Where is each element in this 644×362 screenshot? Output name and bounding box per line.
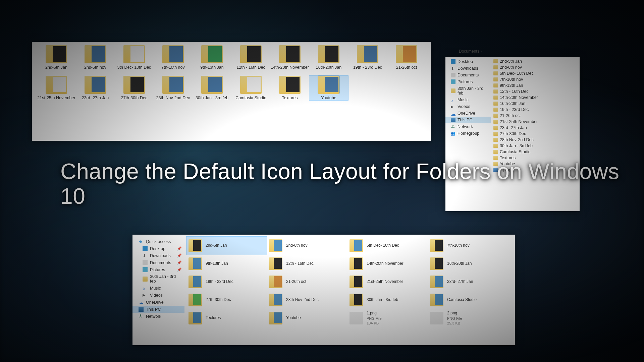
tile-item[interactable]: 2.pngPNG File25.3 KB <box>428 309 508 327</box>
list-item[interactable]: 16th-20th Jan <box>491 101 580 107</box>
nav-item-onedrive[interactable]: OneDrive <box>445 110 491 117</box>
nav-label: Network <box>146 314 161 319</box>
nav-item-30th-jan-3rd-feb[interactable]: 30th Jan - 3rd feb <box>132 273 184 285</box>
vid-icon <box>143 293 148 298</box>
nav-item-homegroup[interactable]: Homegroup <box>445 130 491 137</box>
folder-item[interactable]: 9th-13th Jan <box>193 45 231 70</box>
folder-item[interactable]: 2nd-5th Jan <box>37 45 76 70</box>
list-label: Camtasia Studio <box>500 149 531 154</box>
pin-icon: 📌 <box>177 253 182 258</box>
nav-item-desktop[interactable]: Desktop <box>445 58 491 65</box>
tile-item[interactable]: 27th-30th Dec <box>186 291 267 309</box>
folder-icon <box>189 276 202 288</box>
nav-label: Downloads <box>150 253 171 258</box>
tile-item[interactable]: Camtasia Studio <box>428 291 508 309</box>
nav-item-pictures[interactable]: Pictures <box>445 78 491 85</box>
list-item[interactable]: Camtasia Studio <box>491 149 580 155</box>
nav-item-downloads[interactable]: Downloads📌 <box>132 252 184 259</box>
list-item[interactable]: 14th-20th November <box>491 95 580 101</box>
folder-item[interactable]: 27th-30th Dec <box>115 76 154 100</box>
nav-item-documents[interactable]: Documents📌 <box>132 259 184 266</box>
tile-item[interactable]: 1.pngPNG File104 KB <box>347 309 428 327</box>
star-icon <box>139 239 144 244</box>
nav-item-network[interactable]: Network <box>132 313 184 320</box>
folder-item[interactable]: 12th - 16th Dec <box>231 45 270 70</box>
fld-icon <box>451 88 455 93</box>
list-item[interactable]: 9th-13th Jan <box>491 82 580 88</box>
folder-item[interactable]: 19th - 23rd Dec <box>348 45 387 70</box>
nav-item-music[interactable]: Music <box>445 97 491 103</box>
tile-label: Textures <box>206 315 221 321</box>
tile-label: 30th Jan - 3rd feb <box>367 297 398 303</box>
list-item[interactable]: 12th - 16th Dec <box>491 88 580 95</box>
folder-icon <box>430 239 443 252</box>
list-item[interactable]: 5th Dec- 10th Dec <box>491 70 580 76</box>
folder-item[interactable]: Camtasia Studio <box>231 76 270 100</box>
nav-item-downloads[interactable]: Downloads <box>445 65 491 72</box>
tile-item[interactable]: 9th-13th Jan <box>186 255 267 273</box>
tile-item[interactable]: 12th - 16th Dec <box>267 255 347 273</box>
folder-item[interactable]: 30th Jan - 3rd feb <box>193 76 231 100</box>
tile-item[interactable]: 21st-25th November <box>347 273 428 291</box>
nav-item-this-pc[interactable]: This PC <box>445 117 491 123</box>
list-item[interactable]: 27th-30th Dec <box>491 131 580 137</box>
list-item[interactable]: 28th Nov-2nd Dec <box>491 137 580 143</box>
list-item[interactable]: 21st-25th November <box>491 119 580 125</box>
nav-item-quick-access[interactable]: Quick access <box>132 238 184 245</box>
nav-item-this-pc[interactable]: This PC <box>132 306 184 313</box>
tile-item[interactable]: 7th-10th nov <box>428 237 508 255</box>
list-item[interactable]: 21-26th oct <box>491 113 580 119</box>
folder-icon <box>189 312 202 324</box>
pin-icon: 📌 <box>177 260 182 265</box>
list-label: 7th-10th nov <box>500 77 523 82</box>
tile-item[interactable]: 16th-20th Jan <box>428 255 508 273</box>
list-item[interactable]: 19th - 23rd Dec <box>491 107 580 113</box>
list-item[interactable]: 2nd-5th Jan <box>491 58 580 64</box>
nav-item-network[interactable]: Network <box>445 123 491 130</box>
list-item[interactable]: 30th Jan - 3rd feb <box>491 143 580 149</box>
tile-item[interactable]: 30th Jan - 3rd feb <box>347 291 428 309</box>
nav-label: Videos <box>150 293 163 298</box>
image-icon <box>350 312 363 324</box>
nav-item-desktop[interactable]: Desktop📌 <box>132 245 184 252</box>
nav-item-pictures[interactable]: Pictures📌 <box>132 266 184 273</box>
tile-item[interactable]: 2nd-5th Jan <box>186 237 267 255</box>
folder-item[interactable]: Youtube <box>309 76 348 100</box>
nav-item-30th-jan-3rd-feb[interactable]: 30th Jan - 3rd feb <box>445 85 491 97</box>
folder-item[interactable]: Textures <box>270 76 309 100</box>
breadcrumb[interactable]: Documents › <box>459 49 482 54</box>
folder-item[interactable]: 16th-20th Jan <box>309 45 348 70</box>
tile-item[interactable]: 19th - 23rd Dec <box>186 273 267 291</box>
nav-item-videos[interactable]: Videos <box>445 103 491 110</box>
folder-item[interactable]: 21st-25th November <box>37 76 76 100</box>
page-title: Change the Default Icon Layout for Folde… <box>60 159 644 208</box>
tile-item[interactable]: 21-26th oct <box>267 273 347 291</box>
tile-item[interactable]: Youtube <box>267 309 347 327</box>
tile-item[interactable]: 28th Nov-2nd Dec <box>267 291 347 309</box>
tile-item[interactable]: Textures <box>186 309 267 327</box>
folder-item[interactable]: 5th Dec- 10th Dec <box>115 45 154 70</box>
fld-icon <box>143 277 148 282</box>
folder-item[interactable]: 7th-10th nov <box>154 45 193 70</box>
nav-item-documents[interactable]: Documents <box>445 72 491 78</box>
list-item[interactable]: 2nd-6th nov <box>491 64 580 70</box>
nav-label: This PC <box>146 307 161 312</box>
nav-item-onedrive[interactable]: OneDrive <box>132 299 184 306</box>
tile-item[interactable]: 5th Dec- 10th Dec <box>347 237 428 255</box>
list-item[interactable]: 7th-10th nov <box>491 76 580 82</box>
tile-item[interactable]: 2nd-6th nov <box>267 237 347 255</box>
tile-sub: PNG File104 KB <box>367 316 382 326</box>
folder-item[interactable]: 14th-20th November <box>270 45 309 70</box>
tile-item[interactable]: 14th-20th November <box>347 255 428 273</box>
folder-item[interactable]: 21-26th oct <box>387 45 426 70</box>
tile-item[interactable]: 23rd- 27th Jan <box>428 273 508 291</box>
nav-item-videos[interactable]: Videos <box>132 292 184 299</box>
folder-item[interactable]: 23rd- 27th Jan <box>76 76 115 100</box>
nav-item-music[interactable]: Music <box>132 285 184 292</box>
folder-item[interactable]: 2nd-6th nov <box>76 45 115 70</box>
list-item[interactable]: 23rd- 27th Jan <box>491 125 580 131</box>
folder-label: 30th Jan - 3rd feb <box>193 96 231 100</box>
folder-item[interactable]: 28th Nov-2nd Dec <box>154 76 193 100</box>
nav-label: Quick access <box>146 239 171 244</box>
dl-icon <box>451 66 455 71</box>
